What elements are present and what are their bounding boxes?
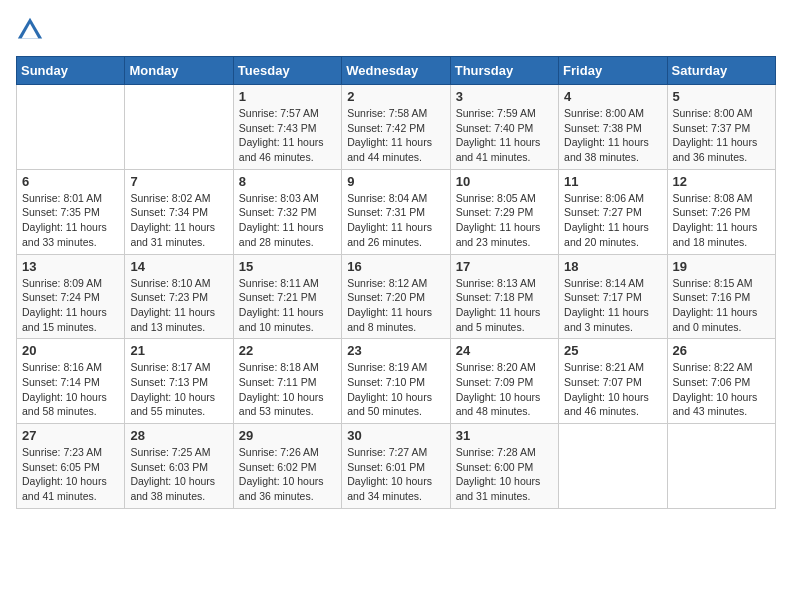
day-number: 21: [130, 343, 227, 358]
day-number: 5: [673, 89, 770, 104]
day-number: 11: [564, 174, 661, 189]
cell-info: Sunrise: 8:19 AM Sunset: 7:10 PM Dayligh…: [347, 360, 444, 419]
cell-info: Sunrise: 8:08 AM Sunset: 7:26 PM Dayligh…: [673, 191, 770, 250]
calendar-cell: 26Sunrise: 8:22 AM Sunset: 7:06 PM Dayli…: [667, 339, 775, 424]
calendar-cell: 11Sunrise: 8:06 AM Sunset: 7:27 PM Dayli…: [559, 169, 667, 254]
day-number: 6: [22, 174, 119, 189]
calendar-cell: 25Sunrise: 8:21 AM Sunset: 7:07 PM Dayli…: [559, 339, 667, 424]
calendar-cell: 12Sunrise: 8:08 AM Sunset: 7:26 PM Dayli…: [667, 169, 775, 254]
cell-info: Sunrise: 8:05 AM Sunset: 7:29 PM Dayligh…: [456, 191, 553, 250]
calendar-cell: 9Sunrise: 8:04 AM Sunset: 7:31 PM Daylig…: [342, 169, 450, 254]
calendar-cell: 17Sunrise: 8:13 AM Sunset: 7:18 PM Dayli…: [450, 254, 558, 339]
cell-info: Sunrise: 7:57 AM Sunset: 7:43 PM Dayligh…: [239, 106, 336, 165]
weekday-header: Sunday: [17, 57, 125, 85]
day-number: 8: [239, 174, 336, 189]
cell-info: Sunrise: 8:22 AM Sunset: 7:06 PM Dayligh…: [673, 360, 770, 419]
day-number: 23: [347, 343, 444, 358]
page-header: [16, 16, 776, 44]
calendar-week-row: 6Sunrise: 8:01 AM Sunset: 7:35 PM Daylig…: [17, 169, 776, 254]
calendar-cell: 1Sunrise: 7:57 AM Sunset: 7:43 PM Daylig…: [233, 85, 341, 170]
weekday-row: SundayMondayTuesdayWednesdayThursdayFrid…: [17, 57, 776, 85]
calendar-cell: 3Sunrise: 7:59 AM Sunset: 7:40 PM Daylig…: [450, 85, 558, 170]
calendar-cell: 2Sunrise: 7:58 AM Sunset: 7:42 PM Daylig…: [342, 85, 450, 170]
cell-info: Sunrise: 8:18 AM Sunset: 7:11 PM Dayligh…: [239, 360, 336, 419]
day-number: 2: [347, 89, 444, 104]
calendar-cell: 16Sunrise: 8:12 AM Sunset: 7:20 PM Dayli…: [342, 254, 450, 339]
logo-icon: [16, 16, 44, 44]
day-number: 12: [673, 174, 770, 189]
day-number: 29: [239, 428, 336, 443]
calendar-cell: 27Sunrise: 7:23 AM Sunset: 6:05 PM Dayli…: [17, 424, 125, 509]
cell-info: Sunrise: 7:26 AM Sunset: 6:02 PM Dayligh…: [239, 445, 336, 504]
calendar-cell: 31Sunrise: 7:28 AM Sunset: 6:00 PM Dayli…: [450, 424, 558, 509]
cell-info: Sunrise: 8:01 AM Sunset: 7:35 PM Dayligh…: [22, 191, 119, 250]
calendar-cell: [559, 424, 667, 509]
calendar-cell: 29Sunrise: 7:26 AM Sunset: 6:02 PM Dayli…: [233, 424, 341, 509]
calendar-cell: 14Sunrise: 8:10 AM Sunset: 7:23 PM Dayli…: [125, 254, 233, 339]
weekday-header: Tuesday: [233, 57, 341, 85]
calendar-cell: [125, 85, 233, 170]
calendar-cell: 24Sunrise: 8:20 AM Sunset: 7:09 PM Dayli…: [450, 339, 558, 424]
day-number: 14: [130, 259, 227, 274]
cell-info: Sunrise: 8:14 AM Sunset: 7:17 PM Dayligh…: [564, 276, 661, 335]
day-number: 20: [22, 343, 119, 358]
day-number: 7: [130, 174, 227, 189]
weekday-header: Thursday: [450, 57, 558, 85]
weekday-header: Monday: [125, 57, 233, 85]
cell-info: Sunrise: 8:12 AM Sunset: 7:20 PM Dayligh…: [347, 276, 444, 335]
day-number: 25: [564, 343, 661, 358]
calendar-table: SundayMondayTuesdayWednesdayThursdayFrid…: [16, 56, 776, 509]
calendar-cell: 19Sunrise: 8:15 AM Sunset: 7:16 PM Dayli…: [667, 254, 775, 339]
day-number: 28: [130, 428, 227, 443]
logo: [16, 16, 48, 44]
day-number: 15: [239, 259, 336, 274]
cell-info: Sunrise: 8:17 AM Sunset: 7:13 PM Dayligh…: [130, 360, 227, 419]
calendar-cell: 22Sunrise: 8:18 AM Sunset: 7:11 PM Dayli…: [233, 339, 341, 424]
calendar-cell: 15Sunrise: 8:11 AM Sunset: 7:21 PM Dayli…: [233, 254, 341, 339]
calendar-cell: 13Sunrise: 8:09 AM Sunset: 7:24 PM Dayli…: [17, 254, 125, 339]
cell-info: Sunrise: 8:15 AM Sunset: 7:16 PM Dayligh…: [673, 276, 770, 335]
day-number: 24: [456, 343, 553, 358]
cell-info: Sunrise: 8:20 AM Sunset: 7:09 PM Dayligh…: [456, 360, 553, 419]
calendar-cell: 21Sunrise: 8:17 AM Sunset: 7:13 PM Dayli…: [125, 339, 233, 424]
day-number: 22: [239, 343, 336, 358]
weekday-header: Friday: [559, 57, 667, 85]
weekday-header: Saturday: [667, 57, 775, 85]
day-number: 4: [564, 89, 661, 104]
cell-info: Sunrise: 7:27 AM Sunset: 6:01 PM Dayligh…: [347, 445, 444, 504]
cell-info: Sunrise: 8:11 AM Sunset: 7:21 PM Dayligh…: [239, 276, 336, 335]
day-number: 10: [456, 174, 553, 189]
calendar-week-row: 1Sunrise: 7:57 AM Sunset: 7:43 PM Daylig…: [17, 85, 776, 170]
calendar-week-row: 20Sunrise: 8:16 AM Sunset: 7:14 PM Dayli…: [17, 339, 776, 424]
calendar-cell: 18Sunrise: 8:14 AM Sunset: 7:17 PM Dayli…: [559, 254, 667, 339]
day-number: 27: [22, 428, 119, 443]
cell-info: Sunrise: 8:03 AM Sunset: 7:32 PM Dayligh…: [239, 191, 336, 250]
day-number: 16: [347, 259, 444, 274]
calendar-week-row: 13Sunrise: 8:09 AM Sunset: 7:24 PM Dayli…: [17, 254, 776, 339]
cell-info: Sunrise: 7:28 AM Sunset: 6:00 PM Dayligh…: [456, 445, 553, 504]
day-number: 9: [347, 174, 444, 189]
weekday-header: Wednesday: [342, 57, 450, 85]
day-number: 31: [456, 428, 553, 443]
cell-info: Sunrise: 8:10 AM Sunset: 7:23 PM Dayligh…: [130, 276, 227, 335]
cell-info: Sunrise: 8:00 AM Sunset: 7:38 PM Dayligh…: [564, 106, 661, 165]
calendar-cell: 8Sunrise: 8:03 AM Sunset: 7:32 PM Daylig…: [233, 169, 341, 254]
calendar-cell: 7Sunrise: 8:02 AM Sunset: 7:34 PM Daylig…: [125, 169, 233, 254]
day-number: 3: [456, 89, 553, 104]
cell-info: Sunrise: 8:13 AM Sunset: 7:18 PM Dayligh…: [456, 276, 553, 335]
cell-info: Sunrise: 7:59 AM Sunset: 7:40 PM Dayligh…: [456, 106, 553, 165]
cell-info: Sunrise: 8:00 AM Sunset: 7:37 PM Dayligh…: [673, 106, 770, 165]
calendar-cell: [667, 424, 775, 509]
day-number: 26: [673, 343, 770, 358]
day-number: 30: [347, 428, 444, 443]
cell-info: Sunrise: 7:23 AM Sunset: 6:05 PM Dayligh…: [22, 445, 119, 504]
calendar-cell: 20Sunrise: 8:16 AM Sunset: 7:14 PM Dayli…: [17, 339, 125, 424]
calendar-header: SundayMondayTuesdayWednesdayThursdayFrid…: [17, 57, 776, 85]
cell-info: Sunrise: 7:25 AM Sunset: 6:03 PM Dayligh…: [130, 445, 227, 504]
calendar-cell: [17, 85, 125, 170]
calendar-cell: 23Sunrise: 8:19 AM Sunset: 7:10 PM Dayli…: [342, 339, 450, 424]
cell-info: Sunrise: 8:16 AM Sunset: 7:14 PM Dayligh…: [22, 360, 119, 419]
calendar-cell: 6Sunrise: 8:01 AM Sunset: 7:35 PM Daylig…: [17, 169, 125, 254]
cell-info: Sunrise: 8:21 AM Sunset: 7:07 PM Dayligh…: [564, 360, 661, 419]
cell-info: Sunrise: 8:06 AM Sunset: 7:27 PM Dayligh…: [564, 191, 661, 250]
